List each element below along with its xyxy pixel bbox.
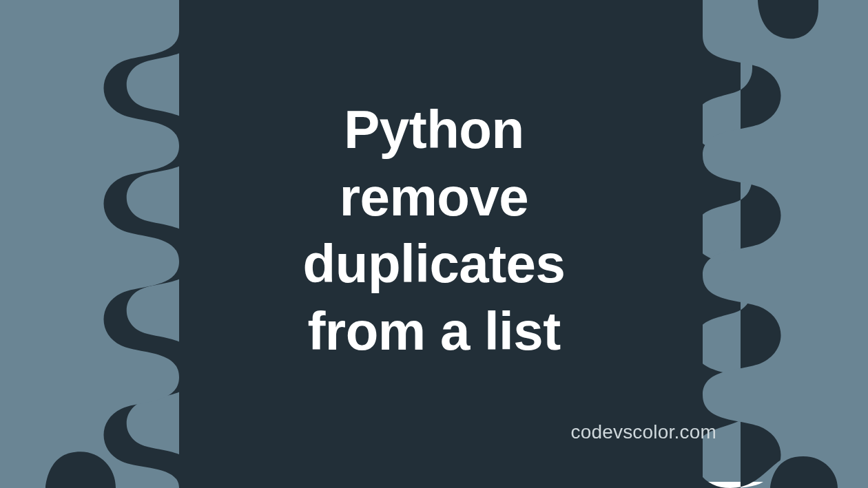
graphic-title: Pythonremoveduplicatesfrom a list: [0, 96, 868, 365]
graphic-footer: codevscolor.com: [570, 421, 716, 443]
hero-graphic: Pythonremoveduplicatesfrom a list codevs…: [0, 0, 868, 488]
